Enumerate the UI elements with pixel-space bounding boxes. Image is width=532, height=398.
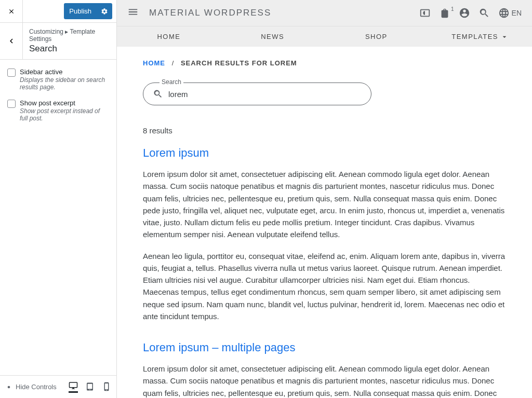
shopping-bag-icon	[439, 7, 450, 19]
search-icon	[478, 7, 490, 19]
customizer-breadcrumb: Customizing ▸ Template Settings	[29, 28, 110, 43]
customizer-panel: Publish Customizing ▸ Template Settings …	[0, 0, 117, 398]
customizer-header: Publish	[0, 0, 116, 23]
back-button[interactable]	[0, 23, 23, 59]
desktop-icon	[69, 381, 78, 390]
search-field: Search	[143, 83, 371, 105]
nav-home[interactable]: HOME	[117, 33, 221, 40]
close-icon	[8, 8, 15, 15]
breadcrumb-current: SEARCH RESULTS FOR LOREM	[181, 59, 297, 67]
account-button[interactable]	[459, 7, 470, 19]
option-sidebar-active: Sidebar active Displays the sidebar on s…	[0, 65, 116, 96]
search-input[interactable]	[168, 90, 362, 99]
shopping-bag-button[interactable]: 1	[439, 7, 450, 19]
search-button[interactable]	[478, 7, 490, 19]
result-paragraph: Aenean leo ligula, porttitor eu, consequ…	[143, 250, 506, 323]
customizer-footer: Hide Controls	[0, 375, 116, 398]
hamburger-icon	[127, 6, 139, 18]
brightness-button[interactable]	[419, 7, 431, 19]
globe-icon	[498, 7, 510, 19]
language-label: EN	[512, 9, 522, 17]
option-desc: Displays the sidebar on search results p…	[20, 76, 109, 91]
customizer-section-title: Search	[29, 44, 110, 54]
page-content: HOME / SEARCH RESULTS FOR LOREM Search 8…	[117, 47, 532, 398]
language-button[interactable]: EN	[498, 7, 522, 19]
bag-count-badge: 1	[451, 6, 454, 12]
gear-icon	[101, 8, 108, 15]
publish-settings-button[interactable]	[97, 5, 112, 18]
search-result: Lorem ipsum – multiple pages Lorem ipsum…	[143, 341, 506, 398]
option-label: Sidebar active	[20, 68, 109, 76]
top-bar-actions: 1 EN	[419, 7, 522, 19]
hide-controls-button[interactable]: Hide Controls	[5, 383, 57, 391]
account-icon	[459, 7, 470, 19]
customizer-section-header: Customizing ▸ Template Settings Search	[0, 23, 116, 60]
nav-shop[interactable]: SHOP	[325, 33, 429, 40]
collapse-icon	[5, 383, 12, 391]
publish-button[interactable]: Publish	[64, 4, 97, 18]
search-field-label: Search	[159, 78, 183, 86]
device-mobile-button[interactable]	[102, 381, 111, 393]
device-tablet-button[interactable]	[85, 381, 95, 393]
result-paragraph: Lorem ipsum dolor sit amet, consectetuer…	[143, 168, 506, 241]
main-nav: HOME NEWS SHOP TEMPLATES	[117, 26, 532, 47]
result-title-link[interactable]: Lorem ipsum – multiple pages	[143, 341, 506, 354]
mobile-icon	[102, 382, 111, 391]
breadcrumb: HOME / SEARCH RESULTS FOR LOREM	[143, 59, 506, 67]
preview-frame[interactable]: MATERIAL WORDPRESS 1 EN HOME NEWS SHOP	[117, 0, 532, 398]
option-label: Show post excerpt	[20, 99, 109, 107]
close-customizer-button[interactable]	[0, 0, 23, 22]
nav-news[interactable]: NEWS	[221, 33, 325, 40]
breadcrumb-sep: /	[172, 59, 175, 67]
result-body: Lorem ipsum dolor sit amet, consectetuer…	[143, 363, 506, 398]
nav-templates-label: TEMPLATES	[451, 33, 498, 40]
publish-control: Publish	[64, 3, 112, 19]
result-body: Lorem ipsum dolor sit amet, consectetuer…	[143, 168, 506, 322]
chevron-down-icon	[500, 33, 509, 41]
checkbox-sidebar-active[interactable]	[7, 68, 16, 77]
option-show-excerpt: Show post excerpt Show post excerpt inst…	[0, 96, 116, 127]
chevron-left-icon	[7, 36, 16, 46]
tablet-icon	[85, 382, 95, 391]
site-title: MATERIAL WORDPRESS	[149, 8, 271, 18]
search-icon	[153, 89, 163, 99]
result-title-link[interactable]: Lorem ipsum	[143, 146, 506, 160]
result-paragraph: Lorem ipsum dolor sit amet, consectetuer…	[143, 363, 506, 398]
hide-controls-label: Hide Controls	[16, 383, 57, 391]
nav-templates[interactable]: TEMPLATES	[428, 33, 532, 41]
site-top-bar: MATERIAL WORDPRESS 1 EN	[117, 0, 532, 26]
checkbox-show-excerpt[interactable]	[7, 100, 16, 108]
search-result: Lorem ipsum Lorem ipsum dolor sit amet, …	[143, 146, 506, 322]
results-count: 8 results	[143, 126, 506, 135]
device-desktop-button[interactable]	[69, 381, 78, 393]
customizer-options: Sidebar active Displays the sidebar on s…	[0, 60, 116, 375]
brightness-icon	[419, 7, 431, 19]
device-preview-buttons	[69, 381, 111, 393]
hamburger-menu-button[interactable]	[127, 6, 139, 20]
breadcrumb-home[interactable]: HOME	[143, 59, 165, 67]
option-desc: Show post excerpt instead of full post.	[20, 107, 109, 122]
